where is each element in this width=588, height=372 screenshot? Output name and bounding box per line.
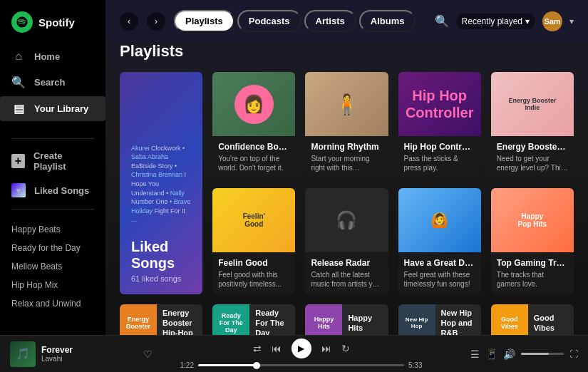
shuffle-button[interactable]: ⇄ — [253, 343, 262, 354]
hiphop-controller-card[interactable]: Hip HopController Hip Hop Controller Pas… — [398, 72, 481, 178]
gaming-tracks-title: Top Gaming Tracks — [497, 258, 568, 268]
release-radar-info: Release Radar Catch all the latest music… — [305, 252, 388, 294]
sidebar-playlist-hiphop-mix[interactable]: Hip Hop Mix — [0, 277, 105, 294]
main-content: ‹ › Playlists Podcasts Artists Albums 🔍 … — [105, 0, 588, 335]
forward-button[interactable]: › — [147, 12, 165, 31]
player-bar: 🎵 Forever Lavahi ♡ ⇄ ⏮ ▶ ⏭ ↻ 1:22 5:33 ☰… — [0, 335, 588, 372]
great-day-desc: Feel great with these timelessly fun son… — [404, 270, 475, 289]
create-playlist-label: Create Playlist — [33, 150, 94, 172]
energy-indie-card[interactable]: Energy BoosterIndie Energy Booster Indie… — [491, 72, 574, 178]
ready-day-title: Ready For The Day — [249, 308, 295, 335]
sidebar-nav: ⌂ Home 🔍 Search ▤ Your Library — [0, 44, 105, 121]
release-radar-card[interactable]: 🎧 Release Radar Catch all the latest mus… — [305, 188, 388, 294]
recently-played-button[interactable]: Recently played ▾ — [456, 14, 535, 29]
sidebar-divider-2 — [11, 209, 94, 210]
tab-playlists[interactable]: Playlists — [174, 10, 234, 32]
recently-played-label: Recently played — [462, 16, 522, 26]
gaming-tracks-info: Top Gaming Tracks The tracks that gamers… — [491, 252, 574, 294]
gaming-tracks-card[interactable]: HappyPop Hits Top Gaming Tracks The trac… — [491, 188, 574, 294]
progress-dot — [253, 362, 260, 369]
new-hiphop-mini[interactable]: New HipHop New Hip Hop and R&B — [398, 304, 481, 335]
tab-podcasts[interactable]: Podcasts — [237, 10, 301, 32]
liked-songs-card[interactable]: Akurei Clockwork • Saba Abraha Ea$tside … — [120, 72, 202, 294]
energy-hiphop-mini[interactable]: EnergyBooster Energy Booster Hip-Hop — [120, 304, 202, 335]
morning-rhythm-info: Morning Rhythm Start your morning right … — [305, 136, 388, 178]
topbar-tabs: Playlists Podcasts Artists Albums — [174, 10, 416, 32]
sidebar-item-home-label: Home — [34, 51, 60, 62]
new-hiphop-title: New Hip Hop and R&B — [435, 308, 481, 335]
player-track: 🎵 Forever Lavahi ♡ — [10, 341, 153, 367]
library-icon: ▤ — [11, 102, 26, 115]
confidence-boost-art: 👩 — [212, 72, 295, 136]
morning-rhythm-desc: Start your morning right with this colle… — [311, 154, 382, 172]
volume-fill — [521, 353, 549, 355]
fullscreen-icon[interactable]: ⛶ — [569, 349, 578, 359]
progress-track[interactable] — [198, 364, 404, 366]
user-initial: Sam — [544, 17, 560, 26]
tab-artists[interactable]: Artists — [304, 10, 356, 32]
chevron-down-icon: ▾ — [525, 16, 530, 26]
sidebar-playlist-ready-day[interactable]: Ready for the Day — [0, 239, 105, 257]
liked-songs-title: Liked Songs — [131, 239, 191, 272]
topbar-left: ‹ › Playlists Podcasts Artists Albums — [120, 10, 416, 32]
volume-bar[interactable] — [521, 353, 564, 355]
queue-icon[interactable]: ☰ — [470, 348, 480, 360]
confidence-boost-title: Confidence Boost — [218, 142, 289, 152]
sidebar-item-search-label: Search — [34, 77, 65, 88]
progress-bar[interactable]: 1:22 5:33 — [180, 361, 423, 369]
liked-songs-button[interactable]: ♥ Liked Songs — [0, 177, 105, 203]
repeat-button[interactable]: ↻ — [341, 343, 350, 354]
sidebar-item-library-label: Your Library — [34, 103, 88, 114]
happy-hits-art: HappyHits — [305, 304, 342, 335]
feelin-good-card[interactable]: Feelin'Good Feelin Good Feel good with t… — [212, 188, 295, 294]
player-controls: ⇄ ⏮ ▶ ⏭ ↻ 1:22 5:33 — [160, 339, 443, 369]
sidebar-divider-1 — [11, 138, 94, 139]
page-title: Playlists — [120, 42, 574, 61]
play-pause-button[interactable]: ▶ — [292, 339, 311, 358]
hiphop-controller-desc: Pass the sticks & press play. — [404, 154, 475, 172]
like-track-button[interactable]: ♡ — [143, 348, 153, 360]
time-total: 5:33 — [408, 361, 422, 369]
tab-albums[interactable]: Albums — [359, 10, 416, 32]
morning-rhythm-card[interactable]: 🧍 Morning Rhythm Start your morning righ… — [305, 72, 388, 178]
logo-text: Spotify — [38, 16, 75, 29]
search-icon-button[interactable]: 🔍 — [435, 14, 449, 28]
devices-icon[interactable]: 📱 — [485, 348, 497, 360]
good-vibes-title: Good Vibes — [528, 313, 574, 334]
great-day-title: Have a Great Day! — [404, 258, 475, 268]
liked-songs-label: Liked Songs — [34, 185, 89, 196]
ready-day-mini[interactable]: ReadyFor TheDay Ready For The Day — [212, 304, 295, 335]
sidebar-playlist-happy-beats[interactable]: Happy Beats — [0, 221, 105, 238]
new-hiphop-art: New HipHop — [398, 304, 435, 335]
back-button[interactable]: ‹ — [120, 12, 138, 31]
hiphop-controller-info: Hip Hop Controller Pass the sticks & pre… — [398, 136, 481, 178]
hiphop-controller-title: Hip Hop Controller — [404, 142, 475, 152]
topbar-right: 🔍 Recently played ▾ Sam ▾ — [435, 11, 574, 31]
release-radar-title: Release Radar — [311, 258, 382, 268]
confidence-boost-card[interactable]: 👩 Confidence Boost You're on top of the … — [212, 72, 295, 178]
liked-songs-tracks-preview: Akurei Clockwork • Saba Abraha Ea$tside … — [131, 144, 191, 224]
sidebar-item-search[interactable]: 🔍 Search — [0, 70, 105, 95]
sidebar-playlist-relax[interactable]: Relax and Unwind — [0, 295, 105, 312]
happy-hits-mini[interactable]: HappyHits Happy Hits — [305, 304, 388, 335]
progress-fill — [198, 364, 260, 366]
track-info: Forever Lavahi — [41, 345, 138, 363]
next-button[interactable]: ⏭ — [321, 343, 331, 354]
topbar: ‹ › Playlists Podcasts Artists Albums 🔍 … — [105, 0, 588, 42]
sidebar-item-library[interactable]: ▤ Your Library — [0, 96, 105, 121]
good-vibes-mini[interactable]: GoodVibes Good Vibes — [491, 304, 574, 335]
confidence-boost-info: Confidence Boost You're on top of the wo… — [212, 136, 295, 178]
volume-icon[interactable]: 🔊 — [503, 348, 515, 360]
time-current: 1:22 — [180, 361, 194, 369]
create-playlist-button[interactable]: + Create Playlist — [0, 145, 105, 177]
gaming-tracks-desc: The tracks that gamers love. — [497, 270, 568, 289]
user-avatar[interactable]: Sam — [542, 11, 562, 31]
energy-indie-info: Energy Booster Indie Need to get your en… — [491, 136, 574, 178]
home-icon: ⌂ — [11, 50, 26, 63]
sidebar-playlist-mellow-beats[interactable]: Mellow Beats — [0, 258, 105, 275]
prev-button[interactable]: ⏮ — [272, 343, 282, 354]
sidebar-item-home[interactable]: ⌂ Home — [0, 44, 105, 68]
feelin-good-title: Feelin Good — [218, 258, 289, 268]
great-day-card[interactable]: 🙆 Have a Great Day! Feel great with thes… — [398, 188, 481, 294]
user-menu-chevron[interactable]: ▾ — [569, 16, 574, 26]
